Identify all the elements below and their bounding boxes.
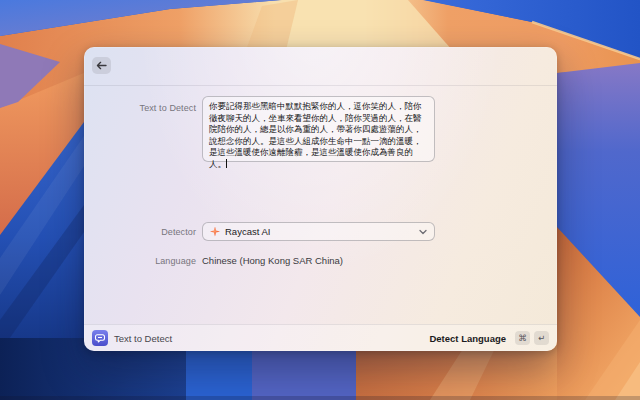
command-title: Text to Detect xyxy=(114,333,172,344)
chat-bubble-app-icon xyxy=(92,330,108,346)
window-footer: Text to Detect Detect Language ⌘ ↵ xyxy=(84,324,557,351)
chevron-down-icon xyxy=(419,229,427,235)
app-window: Text to Detect 你要記得那些黑暗中默默抱緊你的人，逗你笑的人，陪你… xyxy=(84,47,557,351)
text-caret xyxy=(226,159,227,168)
detect-language-action[interactable]: Detect Language ⌘ ↵ xyxy=(429,331,549,345)
detector-label: Detector xyxy=(84,227,196,237)
language-label: Language xyxy=(84,256,196,266)
return-key-badge: ↵ xyxy=(534,331,549,345)
language-value: Chinese (Hong Kong SAR China) xyxy=(202,255,343,266)
desktop: Text to Detect 你要記得那些黑暗中默默抱緊你的人，逗你笑的人，陪你… xyxy=(0,0,640,400)
command-key-badge: ⌘ xyxy=(515,331,530,345)
text-to-detect-textarea[interactable]: 你要記得那些黑暗中默默抱緊你的人，逗你笑的人，陪你徹夜聊天的人，坐車來看望你的人… xyxy=(202,96,435,162)
window-header xyxy=(84,47,557,86)
back-button[interactable] xyxy=(92,57,111,74)
arrow-left-icon xyxy=(96,61,107,70)
primary-action-label: Detect Language xyxy=(429,333,506,344)
detector-dropdown[interactable]: Raycast AI xyxy=(202,222,435,241)
raycast-ai-icon xyxy=(210,227,220,237)
text-to-detect-value: 你要記得那些黑暗中默默抱緊你的人，逗你笑的人，陪你徹夜聊天的人，坐車來看望你的人… xyxy=(209,101,422,169)
text-to-detect-label: Text to Detect xyxy=(84,103,196,113)
detector-value: Raycast AI xyxy=(225,226,270,237)
